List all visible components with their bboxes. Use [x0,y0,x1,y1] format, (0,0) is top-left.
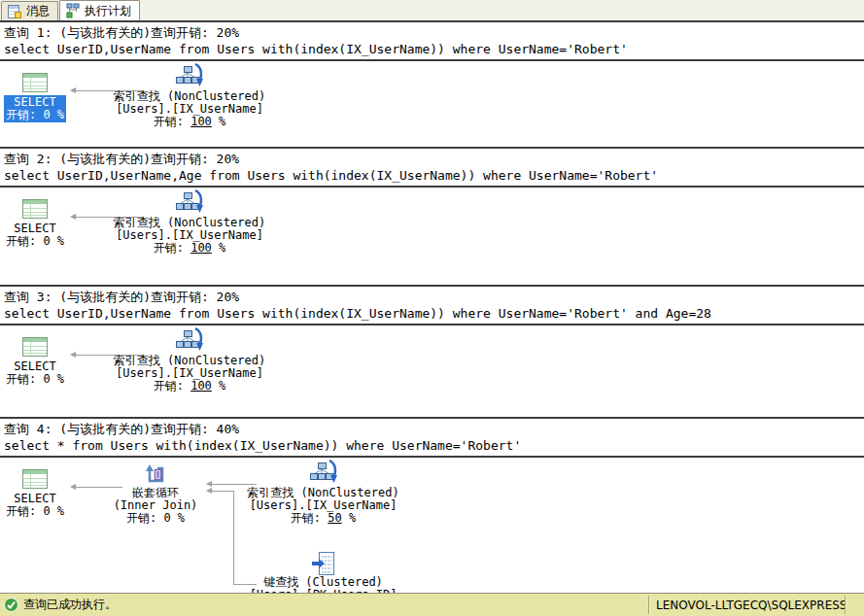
node-cost: 开销: 0 % [6,373,64,386]
statusbar-grip [847,594,864,616]
status-bar: 查询已成功执行。 LENOVOL-LLTGECQ\SQLEXPRESS ... [0,593,864,616]
results-tab-strip: 消息 执行计划 [0,0,864,22]
query-sql-text: select UserID,UserName from Users with(i… [4,305,860,322]
plan-canvas-3: SELECT 开销: 0 % [0,325,864,417]
query-sql-text: select UserID,UserName from Users with(i… [4,41,860,57]
query-section-1: 查询 1: (与该批有关的)查询开销: 20% select UserID,Us… [0,22,864,147]
result-grid-icon [22,199,48,219]
query-sql-text: select UserID,UserName,Age from Users wi… [4,167,860,184]
plan-node-select[interactable]: SELECT 开销: 0 % [2,63,68,122]
node-cost: 开销: 0 % [6,235,64,248]
query-section-3: 查询 3: (与该批有关的)查询开销: 20% select UserID,Us… [0,285,864,417]
messages-tab-icon [7,4,22,19]
plan-node-key-lookup[interactable]: 键查找 (Clustered) [Users].[PK_Users_ID] [243,547,403,593]
query-title: 查询 2: (与该批有关的)查询开销: 20% [4,151,860,167]
index-seek-icon [176,63,203,90]
node-cost: 开销: 0 % [6,505,64,518]
plan-canvas-1: SELECT 开销: 0 % [0,61,864,147]
plan-node-select[interactable]: SELECT 开销: 0 % [2,189,68,249]
node-cost: 开销: 100 % [154,116,226,128]
selected-node-highlight: SELECT 开销: 0 % [4,95,66,122]
nested-loops-icon [143,462,168,487]
index-seek-icon [310,460,337,487]
status-message: 查询已成功执行。 [23,597,117,613]
tab-execution-plan-label: 执行计划 [85,3,131,19]
plan-node-index-seek[interactable]: 索引查找 (NonClustered) [Users].[IX_UserName… [112,188,267,255]
query-title: 查询 1: (与该批有关的)查询开销: 20% [4,24,860,41]
tab-execution-plan[interactable]: 执行计划 [59,0,140,20]
index-seek-icon [176,327,203,355]
success-icon [4,598,18,612]
server-name: LENOVOL-LLTGECQ\SQLEXPRESS ... [656,599,845,612]
plan-node-select[interactable]: SELECT 开销: 0 % [2,327,68,387]
index-seek-icon [176,189,203,217]
tab-messages[interactable]: 消息 [1,1,58,20]
query-title: 查询 3: (与该批有关的)查询开销: 20% [4,289,860,305]
plan-connector-elbow [212,491,233,492]
node-cost: 开销: 0 % [6,109,64,121]
node-cost: 开销: 0 % [126,512,185,525]
plan-node-index-seek[interactable]: 索引查找 (NonClustered) [Users].[IX_UserName… [243,458,403,525]
result-grid-icon [22,469,48,489]
plan-node-index-seek[interactable]: 索引查找 (NonClustered) [Users].[IX_UserName… [112,325,267,393]
plan-canvas-2: SELECT 开销: 0 % [0,188,864,285]
result-grid-icon [22,73,48,92]
server-name-panel: LENOVOL-LLTGECQ\SQLEXPRESS ... [650,599,845,612]
tab-messages-label: 消息 [26,3,50,19]
query-title: 查询 4: (与该批有关的)查询开销: 40% [4,421,860,437]
plan-node-index-seek[interactable]: 索引查找 (NonClustered) [Users].[IX_UserName… [112,61,267,128]
node-cost: 开销: 50 % [291,512,356,525]
execution-plan-pane: 查询 1: (与该批有关的)查询开销: 20% select UserID,Us… [0,22,864,593]
plan-canvas-4: SELECT 开销: 0 % 嵌套循环 (Inner Join) 开销 [0,458,864,593]
node-cost: 开销: 100 % [154,380,226,393]
status-message-panel: 查询已成功执行。 [0,597,648,613]
node-cost: 开销: 100 % [154,242,226,255]
key-lookup-icon [312,551,335,576]
plan-node-nested-loops[interactable]: 嵌套循环 (Inner Join) 开销: 0 % [105,458,206,525]
query-section-2: 查询 2: (与该批有关的)查询开销: 20% select UserID,Us… [0,147,864,285]
result-grid-icon [22,337,48,357]
query-section-4: 查询 4: (与该批有关的)查询开销: 40% select * from Us… [0,417,864,593]
execution-plan-tab-icon [65,3,81,18]
plan-connector-elbow [233,491,234,584]
plan-node-select[interactable]: SELECT 开销: 0 % [2,460,68,519]
query-sql-text: select * from Users with(index(IX_UserNa… [4,437,860,454]
